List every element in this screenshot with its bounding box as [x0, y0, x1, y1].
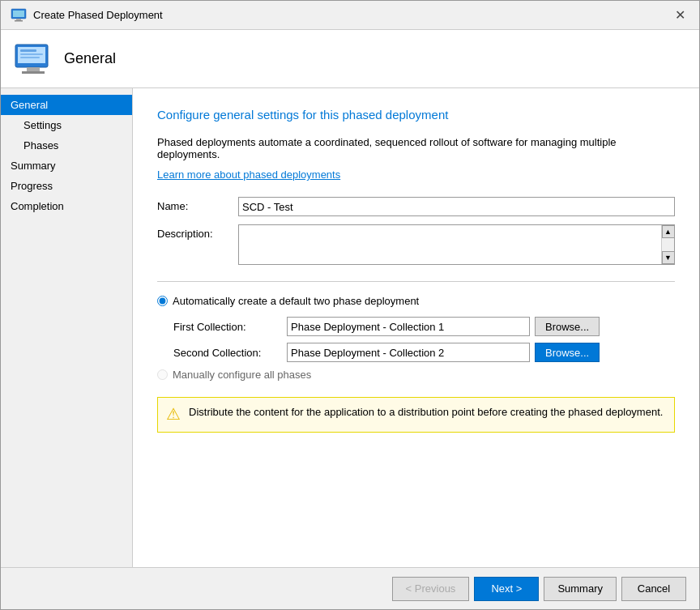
sidebar-item-progress[interactable]: Progress	[1, 176, 132, 196]
close-button[interactable]: ✕	[670, 6, 689, 25]
svg-rect-2	[16, 19, 21, 20]
radio-auto-option: Automatically create a default two phase…	[157, 295, 675, 307]
first-collection-input[interactable]	[287, 317, 530, 336]
svg-rect-10	[20, 57, 40, 58]
sidebar-item-completion[interactable]: Completion	[1, 196, 132, 216]
divider	[157, 281, 675, 282]
content-area: General Settings Phases Summary Progress…	[1, 88, 699, 567]
radio-manual-option: Manually configure all phases	[157, 369, 675, 381]
sidebar-item-general[interactable]: General	[1, 95, 132, 115]
radio-group: Automatically create a default two phase…	[157, 295, 675, 381]
scroll-up-btn[interactable]: ▲	[662, 225, 675, 238]
name-row: Name:	[157, 197, 675, 216]
svg-rect-6	[27, 67, 40, 71]
second-collection-browse-btn[interactable]: Browse...	[535, 343, 600, 362]
header-area: General	[1, 30, 699, 88]
header-icon	[14, 40, 53, 79]
name-input[interactable]	[238, 197, 675, 216]
scroll-down-btn[interactable]: ▼	[662, 251, 675, 264]
radio-manual-label[interactable]: Manually configure all phases	[173, 369, 311, 381]
cancel-button[interactable]: Cancel	[621, 577, 686, 601]
second-collection-label: Second Collection:	[173, 347, 287, 359]
first-collection-label: First Collection:	[173, 321, 287, 333]
title-bar: Create Phased Deployment ✕	[1, 1, 699, 30]
main-title: Configure general settings for this phas…	[157, 108, 675, 122]
name-label: Name:	[157, 197, 238, 212]
first-collection-browse-btn[interactable]: Browse...	[535, 317, 600, 336]
second-collection-input[interactable]	[287, 343, 530, 362]
dialog: Create Phased Deployment ✕ General Gener…	[0, 0, 700, 610]
sidebar-item-phases[interactable]: Phases	[1, 135, 132, 156]
radio-manual[interactable]	[157, 369, 168, 380]
svg-rect-8	[20, 49, 36, 52]
description-row: Description: ▲ ▼	[157, 224, 675, 265]
description-label: Description:	[157, 224, 238, 240]
radio-auto-label[interactable]: Automatically create a default two phase…	[173, 295, 419, 307]
sidebar-item-settings[interactable]: Settings	[1, 115, 132, 135]
app-icon	[11, 7, 27, 23]
title-bar-left: Create Phased Deployment	[11, 7, 163, 23]
title-bar-text: Create Phased Deployment	[33, 9, 163, 21]
main-content: Configure general settings for this phas…	[133, 88, 699, 567]
second-collection-row: Second Collection: Browse...	[173, 343, 675, 362]
description-text: Phased deployments automate a coordinate…	[157, 136, 675, 160]
radio-auto[interactable]	[157, 296, 168, 306]
svg-rect-3	[15, 20, 23, 22]
scrollbar: ▲ ▼	[661, 225, 674, 264]
warning-text: Distribute the content for the applicati…	[189, 406, 663, 418]
form-section: Name: Description: ▲ ▼	[157, 197, 675, 265]
svg-rect-1	[13, 11, 24, 17]
previous-button[interactable]: < Previous	[392, 577, 470, 601]
sidebar-item-summary[interactable]: Summary	[1, 156, 132, 176]
sidebar: General Settings Phases Summary Progress…	[1, 88, 133, 567]
first-collection-row: First Collection: Browse...	[173, 317, 675, 336]
warning-box: ⚠ Distribute the content for the applica…	[157, 397, 675, 433]
header-title: General	[64, 50, 116, 67]
description-textarea-wrapper: ▲ ▼	[238, 224, 675, 265]
warning-icon: ⚠	[166, 404, 181, 424]
svg-rect-9	[20, 53, 43, 55]
svg-rect-7	[22, 71, 45, 74]
learn-more-link[interactable]: Learn more about phased deployments	[157, 168, 340, 181]
next-button[interactable]: Next >	[474, 577, 539, 601]
description-textarea[interactable]	[239, 225, 661, 264]
summary-button[interactable]: Summary	[544, 577, 617, 601]
footer: < Previous Next > Summary Cancel	[1, 567, 699, 609]
